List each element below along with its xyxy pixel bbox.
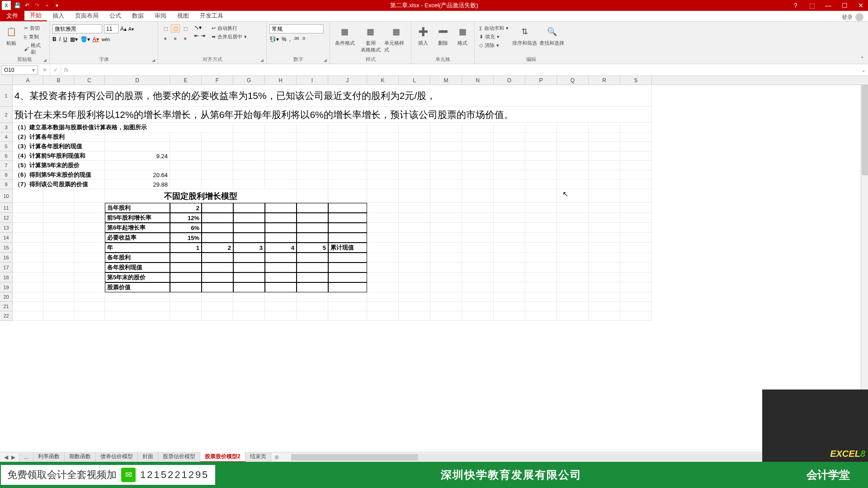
fx-button[interactable]: fx xyxy=(61,65,71,75)
cell[interactable] xyxy=(494,180,525,189)
cell[interactable] xyxy=(462,243,494,253)
cell[interactable] xyxy=(170,142,202,151)
cell[interactable] xyxy=(430,263,462,272)
cell[interactable] xyxy=(43,282,74,292)
cell[interactable] xyxy=(589,272,620,282)
row-header[interactable]: 19 xyxy=(0,282,13,292)
cell[interactable] xyxy=(328,233,367,243)
cut-button[interactable]: ✂剪切 xyxy=(22,24,47,32)
tab-formulas[interactable]: 公式 xyxy=(104,10,127,21)
cell[interactable] xyxy=(43,263,74,272)
cell[interactable] xyxy=(265,170,297,180)
cell[interactable]: 5 xyxy=(297,243,328,253)
cell[interactable] xyxy=(297,142,328,151)
cell[interactable] xyxy=(170,292,202,302)
fill-color-button[interactable]: 🪣▾ xyxy=(80,36,90,42)
cell[interactable] xyxy=(557,151,589,161)
cell[interactable] xyxy=(265,151,297,161)
cell[interactable] xyxy=(43,243,74,253)
cell[interactable] xyxy=(399,243,430,253)
font-size-select[interactable] xyxy=(104,24,118,33)
cell[interactable] xyxy=(233,282,265,292)
cell[interactable] xyxy=(367,142,399,151)
cell[interactable] xyxy=(297,292,328,302)
select-all-button[interactable] xyxy=(0,76,13,84)
cell[interactable] xyxy=(265,180,297,189)
cell[interactable] xyxy=(233,253,265,263)
row-header[interactable]: 21 xyxy=(0,302,13,311)
cell[interactable] xyxy=(297,170,328,180)
cell[interactable] xyxy=(494,223,525,233)
merge-center-button[interactable]: ⬌合并后居中▾ xyxy=(210,33,249,41)
cell[interactable]: 29.88 xyxy=(105,180,170,189)
cell[interactable] xyxy=(399,151,430,161)
cell[interactable] xyxy=(367,253,399,263)
phonetic-button[interactable]: wén xyxy=(102,37,110,42)
sheet-tab[interactable]: 结束页 xyxy=(245,452,271,462)
rows-area[interactable]: 14、某投资者持有丙公司的股票，他要求的必要收益率为15%，已知该公司最近支付的… xyxy=(0,85,868,321)
cell[interactable] xyxy=(328,170,367,180)
cell[interactable] xyxy=(430,203,462,213)
cell[interactable] xyxy=(430,142,462,151)
cell[interactable] xyxy=(525,170,557,180)
cell[interactable]: （2）计算各年股利 xyxy=(13,132,105,142)
cell[interactable] xyxy=(202,170,233,180)
cell[interactable] xyxy=(525,233,557,243)
vscroll-thumb[interactable] xyxy=(862,85,868,175)
cell[interactable] xyxy=(589,223,620,233)
cell[interactable] xyxy=(105,161,170,170)
cell[interactable]: 2 xyxy=(202,243,233,253)
cell[interactable] xyxy=(202,203,233,213)
cell[interactable] xyxy=(13,189,43,203)
cell[interactable] xyxy=(399,123,430,132)
cell[interactable] xyxy=(462,151,494,161)
cell[interactable] xyxy=(399,132,430,142)
cell[interactable] xyxy=(328,161,367,170)
cell[interactable] xyxy=(297,263,328,272)
tab-developer[interactable]: 开发工具 xyxy=(194,10,229,21)
cell[interactable] xyxy=(367,282,399,292)
cell[interactable]: 1 xyxy=(170,243,202,253)
cell[interactable] xyxy=(13,223,43,233)
number-format-select[interactable] xyxy=(269,24,324,33)
cell[interactable] xyxy=(525,282,557,292)
cell[interactable] xyxy=(557,180,589,189)
cell[interactable] xyxy=(462,253,494,263)
cell[interactable] xyxy=(265,161,297,170)
cell[interactable] xyxy=(620,132,652,142)
cell[interactable] xyxy=(462,292,494,302)
cell[interactable] xyxy=(202,223,233,233)
cell[interactable] xyxy=(494,253,525,263)
cell[interactable] xyxy=(328,142,367,151)
cell[interactable] xyxy=(297,213,328,223)
cell[interactable] xyxy=(525,272,557,282)
cell[interactable] xyxy=(367,302,399,311)
row-header[interactable]: 3 xyxy=(0,123,13,132)
cell[interactable] xyxy=(13,253,43,263)
column-header[interactable]: N xyxy=(462,76,494,84)
decrease-font-icon[interactable]: A▾ xyxy=(128,27,134,32)
decrease-indent-button[interactable]: ⇤ xyxy=(194,33,199,39)
enter-formula-button[interactable]: ✓ xyxy=(50,65,61,75)
cell[interactable] xyxy=(233,203,265,213)
cell[interactable] xyxy=(620,161,652,170)
cell[interactable] xyxy=(620,170,652,180)
cell[interactable] xyxy=(589,263,620,272)
cell[interactable] xyxy=(43,311,74,321)
cell[interactable] xyxy=(557,189,589,203)
cell[interactable] xyxy=(494,142,525,151)
cell[interactable] xyxy=(589,170,620,180)
cell[interactable] xyxy=(74,282,105,292)
cell[interactable] xyxy=(43,223,74,233)
cell[interactable] xyxy=(462,189,494,203)
cell[interactable] xyxy=(494,213,525,223)
row-header[interactable]: 8 xyxy=(0,170,13,180)
cell[interactable] xyxy=(265,292,297,302)
cell[interactable]: （5）计算第5年末的股价 xyxy=(13,161,105,170)
clear-button[interactable]: ◇清除▾ xyxy=(477,42,510,49)
cell[interactable] xyxy=(297,132,328,142)
cell[interactable] xyxy=(589,132,620,142)
cell[interactable] xyxy=(494,311,525,321)
cell[interactable]: 预计在未来5年股利将以12%的增长率增长，从第6年开始每年股利将以6%的增长率增… xyxy=(13,107,652,123)
cell[interactable] xyxy=(233,263,265,272)
